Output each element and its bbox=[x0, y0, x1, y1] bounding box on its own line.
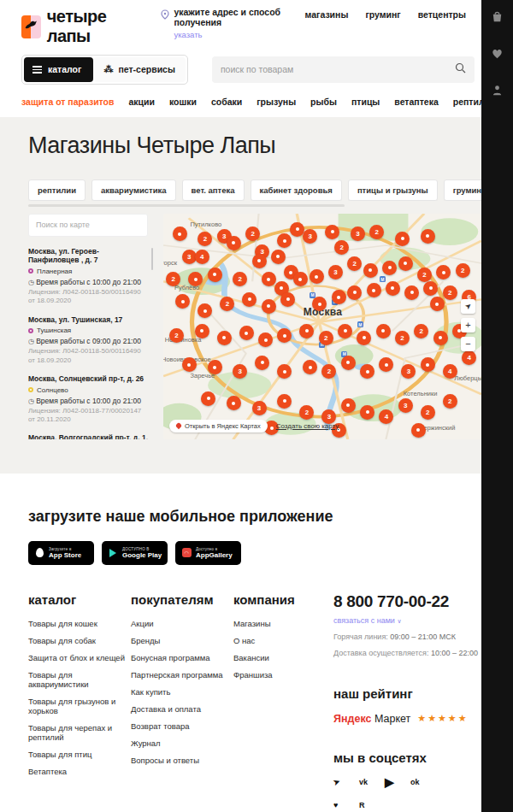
top-nav-item[interactable]: рыбы bbox=[310, 97, 337, 107]
header-menu-item[interactable]: груминг bbox=[365, 9, 400, 20]
store-map-marker[interactable] bbox=[332, 290, 346, 304]
top-nav-item[interactable]: ветаптека bbox=[394, 97, 438, 107]
store-map-marker[interactable]: 2 bbox=[347, 256, 362, 271]
store-map-marker[interactable]: 3 bbox=[328, 265, 343, 279]
store-map-marker[interactable] bbox=[182, 357, 197, 372]
youtube-icon[interactable]: ▶ bbox=[385, 775, 410, 789]
zen-icon[interactable]: ♥ bbox=[333, 801, 359, 809]
app-store-badge[interactable]: Доступно вAppGallery bbox=[175, 541, 241, 565]
logo[interactable]: четыре лапы bbox=[21, 7, 137, 46]
top-nav-item[interactable]: грызуны bbox=[256, 97, 296, 107]
store-map-marker[interactable] bbox=[398, 256, 413, 271]
store-map-marker[interactable] bbox=[280, 292, 295, 307]
footer-link[interactable]: Магазины bbox=[233, 619, 333, 628]
footer-link[interactable]: Ветаптека bbox=[28, 767, 131, 776]
store-map-marker[interactable] bbox=[386, 281, 400, 296]
footer-link[interactable]: Как купить bbox=[131, 687, 233, 697]
store-map-marker[interactable] bbox=[347, 285, 362, 300]
store-type-chip[interactable]: рептилии bbox=[28, 179, 86, 201]
store-map-marker[interactable] bbox=[252, 254, 267, 268]
footer-link[interactable]: Бренды bbox=[131, 636, 233, 645]
store-type-chip[interactable]: вет. аптека bbox=[182, 179, 245, 201]
store-list-item[interactable]: Москва, ул. Героев-Панфиловцев , д. 7 Пл… bbox=[28, 247, 148, 306]
contact-us-link[interactable]: связаться с нами ∨ bbox=[333, 616, 479, 625]
map-search-input[interactable] bbox=[28, 214, 148, 237]
footer-link[interactable]: Товары для птиц bbox=[28, 750, 131, 759]
footer-link[interactable]: Партнерская программа bbox=[131, 670, 233, 680]
store-map-marker[interactable]: 2 bbox=[319, 331, 333, 345]
store-map-marker[interactable] bbox=[262, 299, 276, 314]
store-map-marker[interactable] bbox=[201, 391, 215, 406]
footer-link[interactable]: Франшиза bbox=[233, 670, 333, 680]
geolocate-button[interactable]: ➤ bbox=[461, 299, 475, 314]
search-icon[interactable] bbox=[455, 62, 466, 77]
stores-map[interactable]: ПутилковогорскРублёвоНемчиновкаНовоивано… bbox=[163, 214, 481, 439]
address-set-link[interactable]: указать bbox=[174, 30, 304, 39]
footer-link[interactable]: Акции bbox=[131, 619, 233, 628]
footer-link[interactable]: Товары для черепах и рептилий bbox=[28, 723, 131, 742]
cart-icon[interactable] bbox=[491, 10, 504, 26]
store-map-marker[interactable] bbox=[227, 236, 241, 250]
store-map-marker[interactable] bbox=[341, 398, 356, 413]
store-type-chip[interactable]: аквариумистика bbox=[91, 179, 176, 201]
store-map-marker[interactable]: 4 bbox=[195, 250, 209, 264]
app-store-badge[interactable]: Загрузите вApp Store bbox=[28, 541, 94, 565]
store-map-marker[interactable]: 2 bbox=[198, 232, 212, 246]
chips-scrollbar[interactable] bbox=[28, 204, 345, 207]
footer-link[interactable]: Товары для аквариумистики bbox=[28, 670, 131, 689]
store-map-marker[interactable] bbox=[303, 360, 317, 374]
store-map-marker[interactable]: 2 bbox=[443, 394, 457, 409]
ok-icon[interactable]: ok bbox=[410, 775, 436, 789]
store-map-marker[interactable] bbox=[382, 261, 397, 275]
store-map-marker[interactable]: 3 bbox=[398, 398, 413, 413]
store-map-marker[interactable] bbox=[227, 396, 241, 410]
store-map-marker[interactable] bbox=[338, 324, 352, 338]
footer-link[interactable]: Вопросы и ответы bbox=[131, 756, 233, 765]
store-map-marker[interactable]: 2 bbox=[456, 263, 470, 278]
store-map-marker[interactable] bbox=[310, 269, 324, 284]
footer-link[interactable]: О нас bbox=[233, 636, 333, 645]
store-map-marker[interactable] bbox=[325, 225, 339, 239]
store-map-marker[interactable] bbox=[341, 356, 356, 370]
favorites-icon[interactable] bbox=[491, 47, 504, 63]
address-picker[interactable]: укажите адрес и способ получения указать bbox=[161, 7, 304, 39]
footer-link[interactable]: Бонусная программа bbox=[131, 653, 233, 662]
store-map-marker[interactable]: 2 bbox=[169, 328, 184, 343]
catalog-button[interactable]: каталог bbox=[24, 57, 93, 82]
phone-number[interactable]: 8 800 770-00-22 bbox=[333, 592, 479, 611]
store-map-marker[interactable] bbox=[411, 423, 426, 438]
store-map-marker[interactable] bbox=[271, 250, 286, 264]
header-menu-item[interactable]: ветцентры bbox=[418, 9, 466, 20]
top-nav-item[interactable]: защита от паразитов bbox=[21, 97, 114, 107]
store-map-marker[interactable] bbox=[404, 285, 419, 300]
store-map-marker[interactable] bbox=[173, 227, 187, 241]
telegram-icon[interactable]: ➤ bbox=[333, 775, 359, 789]
store-list-item[interactable]: Москва, Волгоградский пр-т, д. 1, стр. 1… bbox=[28, 433, 148, 438]
store-map-marker[interactable] bbox=[293, 272, 308, 286]
top-nav-item[interactable]: акции bbox=[128, 97, 154, 107]
store-map-marker[interactable] bbox=[357, 331, 371, 345]
store-map-marker[interactable] bbox=[195, 324, 209, 338]
store-map-marker[interactable]: 2 bbox=[443, 285, 457, 300]
top-nav-item[interactable]: птицы bbox=[351, 97, 380, 107]
rutube-icon[interactable]: R bbox=[359, 801, 385, 809]
store-map-marker[interactable] bbox=[430, 297, 445, 311]
product-search-input[interactable] bbox=[221, 64, 455, 74]
store-map-marker[interactable] bbox=[255, 356, 269, 370]
vk-icon[interactable]: vk bbox=[359, 775, 385, 789]
list-scrollbar[interactable] bbox=[151, 248, 153, 270]
footer-link[interactable]: Товары для кошек bbox=[28, 619, 131, 628]
yandex-market-rating[interactable]: Яндекс Маркет ★★★★★ bbox=[333, 713, 479, 725]
app-store-badge[interactable]: ДОСТУПНО ВGoogle Play bbox=[102, 541, 168, 565]
footer-link[interactable]: Возврат товара bbox=[131, 721, 233, 731]
store-map-marker[interactable] bbox=[363, 263, 378, 278]
footer-link[interactable]: Товары для грызунов и хорьков bbox=[28, 697, 131, 715]
store-map-marker[interactable] bbox=[208, 360, 222, 374]
store-map-marker[interactable] bbox=[217, 331, 232, 345]
store-map-marker[interactable]: 2 bbox=[395, 331, 410, 345]
store-type-chip[interactable]: груминг-салон bbox=[444, 179, 481, 201]
store-list-item[interactable]: Москва, Солнцевский пр-т, д. 26 Солнцево… bbox=[28, 374, 148, 424]
store-map-marker[interactable] bbox=[421, 229, 435, 244]
footer-link[interactable]: Вакансии bbox=[233, 653, 333, 662]
store-map-marker[interactable] bbox=[433, 331, 448, 345]
